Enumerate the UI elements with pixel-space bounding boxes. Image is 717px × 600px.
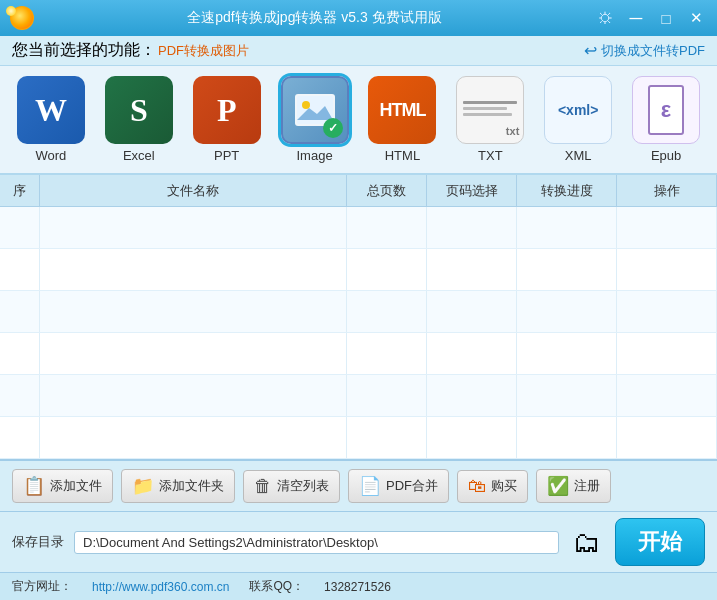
table-row	[0, 417, 717, 459]
format-html-button[interactable]: HTML HTML	[364, 76, 442, 163]
footer: 官方网址： http://www.pdf360.com.cn 联系QQ： 132…	[0, 572, 717, 600]
excel-icon: S	[105, 76, 173, 144]
clear-list-button[interactable]: 🗑 清空列表	[243, 470, 340, 503]
format-toolbar: W Word S Excel P PPT	[0, 66, 717, 175]
txt-label: TXT	[478, 148, 503, 163]
table-body	[0, 207, 717, 459]
file-table: 序 文件名称 总页数 页码选择 转换进度 操作	[0, 175, 717, 459]
save-directory-bar: 保存目录 D:\Document And Settings2\Administr…	[0, 511, 717, 572]
buy-label: 购买	[491, 477, 517, 495]
word-icon: W	[17, 76, 85, 144]
word-label: Word	[36, 148, 67, 163]
clear-list-icon: 🗑	[254, 476, 272, 497]
settings-icon[interactable]: ⛭	[595, 7, 617, 29]
txt-icon: txt	[456, 76, 524, 144]
register-button[interactable]: ✅ 注册	[536, 469, 611, 503]
html-label: HTML	[385, 148, 420, 163]
xml-label: XML	[565, 148, 592, 163]
folder-icon: 🗂	[573, 526, 601, 559]
col-action: 操作	[617, 175, 717, 206]
image-label: Image	[296, 148, 332, 163]
qq-label: 联系QQ：	[249, 578, 304, 595]
col-progress: 转换进度	[517, 175, 617, 206]
current-func-name: PDF转换成图片	[158, 42, 249, 60]
website-label: 官方网址：	[12, 578, 72, 595]
start-button[interactable]: 开始	[615, 518, 705, 566]
save-dir-label: 保存目录	[12, 533, 64, 551]
save-dir-path[interactable]: D:\Document And Settings2\Administrator\…	[74, 531, 559, 554]
col-seq: 序	[0, 175, 40, 206]
table-row	[0, 249, 717, 291]
epub-label: Epub	[651, 148, 681, 163]
col-pages: 总页数	[347, 175, 427, 206]
website-url[interactable]: http://www.pdf360.com.cn	[92, 580, 229, 594]
format-ppt-button[interactable]: P PPT	[188, 76, 266, 163]
add-file-button[interactable]: 📋 添加文件	[12, 469, 113, 503]
buy-button[interactable]: 🛍 购买	[457, 470, 528, 503]
titlebar: 全速pdf转换成jpg转换器 v5.3 免费试用版 ⛭ ─ □ ✕	[0, 0, 717, 36]
current-func-prefix: 您当前选择的功能：	[12, 40, 156, 61]
image-icon: ✓	[281, 76, 349, 144]
add-file-label: 添加文件	[50, 477, 102, 495]
format-image-button[interactable]: ✓ Image	[276, 76, 354, 163]
format-epub-button[interactable]: ε Epub	[627, 76, 705, 163]
browse-folder-button[interactable]: 🗂	[569, 527, 605, 557]
epub-icon: ε	[632, 76, 700, 144]
table-row	[0, 291, 717, 333]
app-logo	[10, 6, 34, 30]
col-page-select: 页码选择	[427, 175, 517, 206]
window-controls: ⛭ ─ □ ✕	[595, 7, 707, 29]
buy-icon: 🛍	[468, 476, 486, 497]
format-xml-button[interactable]: <xml> XML	[539, 76, 617, 163]
table-header: 序 文件名称 总页数 页码选择 转换进度 操作	[0, 175, 717, 207]
app-title: 全速pdf转换成jpg转换器 v5.3 免费试用版	[34, 9, 595, 27]
register-label: 注册	[574, 477, 600, 495]
format-excel-button[interactable]: S Excel	[100, 76, 178, 163]
maximize-button[interactable]: □	[655, 7, 677, 29]
clear-list-label: 清空列表	[277, 477, 329, 495]
switch-btn-label: 切换成文件转PDF	[601, 42, 705, 60]
table-row	[0, 375, 717, 417]
html-icon: HTML	[368, 76, 436, 144]
add-folder-button[interactable]: 📁 添加文件夹	[121, 469, 235, 503]
switch-to-pdf-button[interactable]: ↩ 切换成文件转PDF	[584, 41, 705, 60]
add-folder-label: 添加文件夹	[159, 477, 224, 495]
pdf-merge-label: PDF合并	[386, 477, 438, 495]
excel-label: Excel	[123, 148, 155, 163]
bottom-toolbar: 📋 添加文件 📁 添加文件夹 🗑 清空列表 📄 PDF合并 🛍 购买 ✅ 注册	[0, 459, 717, 511]
switch-arrow-icon: ↩	[584, 41, 597, 60]
table-row	[0, 207, 717, 249]
ppt-icon: P	[193, 76, 261, 144]
minimize-button[interactable]: ─	[625, 7, 647, 29]
pdf-merge-icon: 📄	[359, 475, 381, 497]
pdf-merge-button[interactable]: 📄 PDF合并	[348, 469, 449, 503]
svg-point-2	[302, 101, 310, 109]
register-icon: ✅	[547, 475, 569, 497]
add-folder-icon: 📁	[132, 475, 154, 497]
xml-icon: <xml>	[544, 76, 612, 144]
format-word-button[interactable]: W Word	[12, 76, 90, 163]
subtitle-bar: 您当前选择的功能： PDF转换成图片 ↩ 切换成文件转PDF	[0, 36, 717, 66]
image-check-badge: ✓	[323, 118, 343, 138]
ppt-label: PPT	[214, 148, 239, 163]
format-txt-button[interactable]: txt TXT	[451, 76, 529, 163]
close-button[interactable]: ✕	[685, 7, 707, 29]
col-filename: 文件名称	[40, 175, 347, 206]
add-file-icon: 📋	[23, 475, 45, 497]
table-row	[0, 333, 717, 375]
qq-number: 1328271526	[324, 580, 391, 594]
